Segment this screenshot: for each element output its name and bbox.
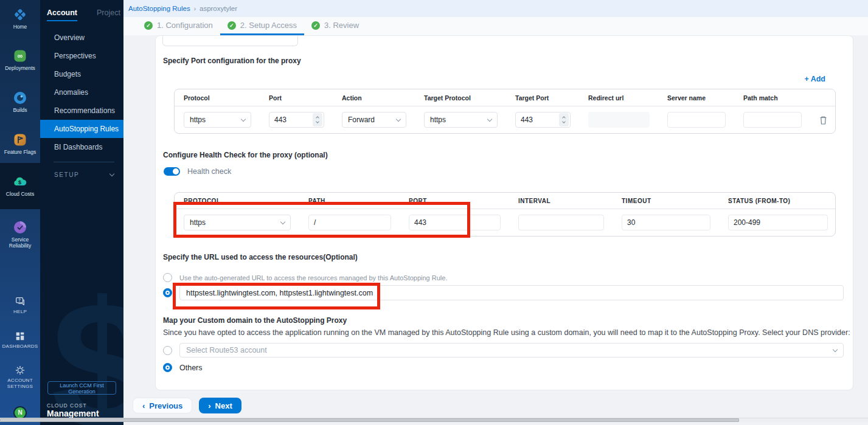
module-deployments[interactable]: ∞ Deployments bbox=[0, 49, 40, 72]
next-button[interactable]: › Next bbox=[199, 398, 241, 413]
col-hc-port: PORT bbox=[400, 193, 509, 209]
svg-text:?: ? bbox=[18, 298, 21, 302]
route53-option-row: Select Route53 account bbox=[163, 343, 844, 358]
step-configuration-label: 1. Configuration bbox=[157, 21, 213, 30]
module-home[interactable]: Home bbox=[0, 7, 40, 30]
next-label: Next bbox=[215, 401, 232, 410]
delete-row-icon[interactable] bbox=[819, 115, 828, 125]
hc-path-input[interactable] bbox=[308, 215, 391, 230]
check-icon: ✓ bbox=[311, 21, 320, 30]
custom-url-input[interactable] bbox=[179, 285, 844, 300]
breadcrumb-current: asproxytyler bbox=[200, 5, 237, 12]
step-configuration[interactable]: ✓ 1. Configuration bbox=[137, 17, 220, 35]
redirect-url-input-disabled bbox=[588, 112, 650, 128]
nav-item-perspectives[interactable]: Perspectives bbox=[40, 47, 123, 65]
setup-access-card: Specify Port configuration for the proxy… bbox=[155, 35, 853, 390]
col-protocol: Protocol bbox=[175, 89, 260, 106]
col-hc-path: PATH bbox=[299, 193, 400, 209]
service-reliability-icon bbox=[13, 220, 27, 235]
check-icon: ✓ bbox=[227, 21, 236, 30]
toggle-knob bbox=[173, 168, 179, 174]
col-redirect-url: Redirect url bbox=[579, 89, 658, 106]
col-hc-protocol: PROTOCOL bbox=[175, 193, 299, 209]
builds-icon bbox=[13, 91, 27, 105]
chevron-left-icon: ‹ bbox=[142, 401, 145, 410]
product-eyebrow: CLOUD COST bbox=[47, 403, 87, 409]
nav-item-autostopping-rules[interactable]: AutoStopping Rules bbox=[40, 120, 123, 138]
launch-ccm-first-gen-button[interactable]: Launch CCM First Generation bbox=[47, 381, 116, 395]
nav-item-recommendations[interactable]: Recommendations bbox=[40, 102, 123, 120]
auto-url-option-label: Use the auto-generated URL to access the… bbox=[179, 274, 447, 282]
setup-section[interactable]: SETUP bbox=[54, 171, 114, 178]
scrollbar-thumb[interactable] bbox=[0, 418, 739, 422]
col-path-match: Path match bbox=[734, 89, 810, 106]
domain-section-description: Since you have opted to access the appli… bbox=[163, 328, 850, 337]
health-check-row: https bbox=[175, 209, 835, 236]
col-hc-status: STATUS (FROM-TO) bbox=[719, 193, 836, 209]
chevron-right-icon: › bbox=[208, 401, 210, 410]
number-stepper[interactable] bbox=[313, 113, 322, 126]
route53-account-select[interactable]: Select Route53 account bbox=[179, 343, 844, 358]
target-protocol-select[interactable]: https bbox=[424, 112, 498, 128]
hc-port-input[interactable] bbox=[409, 215, 501, 230]
module-service-reliability[interactable]: Service Reliability bbox=[0, 220, 40, 249]
hc-interval-input[interactable] bbox=[518, 215, 604, 230]
module-feature-flags[interactable]: Feature Flags bbox=[0, 133, 40, 156]
scope-tabs: Account Project bbox=[47, 9, 119, 21]
nav-item-budgets[interactable]: Budgets bbox=[40, 65, 123, 83]
step-setup-access[interactable]: ✓ 2. Setup Access bbox=[220, 17, 304, 35]
feature-flags-icon bbox=[13, 133, 27, 147]
auto-url-option-row: Use the auto-generated URL to access the… bbox=[163, 273, 844, 282]
previous-button[interactable]: ‹ Previous bbox=[133, 398, 192, 413]
nav-item-overview[interactable]: Overview bbox=[40, 29, 123, 47]
auto-url-radio[interactable] bbox=[163, 273, 172, 282]
port-config-section-label: Specify Port configuration for the proxy bbox=[163, 57, 301, 65]
step-review[interactable]: ✓ 3. Review bbox=[304, 17, 366, 35]
util-dashboards[interactable]: DASHBOARDS bbox=[0, 331, 40, 350]
util-help[interactable]: ? HELP bbox=[0, 296, 40, 315]
health-check-header: PROTOCOL PATH PORT INTERVAL TIMEOUT STAT… bbox=[175, 193, 835, 209]
module-builds[interactable]: Builds bbox=[0, 91, 40, 114]
action-select[interactable]: Forward bbox=[342, 112, 406, 128]
server-name-input[interactable] bbox=[667, 112, 726, 128]
protocol-select[interactable]: https bbox=[184, 112, 251, 128]
user-avatar[interactable]: N bbox=[15, 407, 26, 418]
product-title: Management bbox=[47, 409, 99, 418]
custom-url-radio[interactable] bbox=[163, 288, 172, 297]
tab-project[interactable]: Project bbox=[97, 9, 120, 21]
target-port-value-input[interactable] bbox=[516, 116, 559, 124]
nav-item-bi-dashboards[interactable]: BI Dashboards bbox=[40, 138, 123, 156]
previous-label: Previous bbox=[149, 401, 182, 410]
port-input[interactable] bbox=[269, 112, 324, 128]
tab-account[interactable]: Account bbox=[47, 9, 77, 21]
path-match-input[interactable] bbox=[743, 112, 802, 128]
chevron-down-icon bbox=[280, 219, 285, 224]
util-help-label: HELP bbox=[13, 309, 27, 314]
hc-status-input[interactable] bbox=[728, 215, 828, 230]
health-check-toggle[interactable] bbox=[164, 167, 180, 176]
add-port-row-button[interactable]: +Add bbox=[804, 75, 825, 83]
hc-protocol-select[interactable]: https bbox=[184, 215, 291, 230]
horizontal-scrollbar[interactable] bbox=[0, 418, 868, 422]
deployments-icon: ∞ bbox=[13, 49, 27, 63]
breadcrumb-parent-link[interactable]: AutoStopping Rules bbox=[128, 5, 190, 12]
module-cloud-costs[interactable]: $ Cloud Costs bbox=[0, 174, 40, 198]
cloud-costs-icon: $ bbox=[13, 174, 27, 189]
side-nav: $ Account Project Overview Perspectives … bbox=[40, 0, 123, 425]
route53-radio[interactable] bbox=[163, 346, 172, 355]
health-check-toggle-row: Health check bbox=[164, 167, 231, 176]
step-review-label: 3. Review bbox=[324, 21, 359, 30]
target-protocol-value: https bbox=[430, 116, 446, 124]
util-account-settings[interactable]: ACCOUNT SETTINGS bbox=[0, 365, 40, 389]
hc-timeout-input[interactable] bbox=[622, 215, 710, 230]
util-dashboards-label: DASHBOARDS bbox=[2, 344, 38, 349]
wizard-footer: ‹ Previous › Next bbox=[133, 398, 241, 413]
nav-item-anomalies[interactable]: Anomalies bbox=[40, 83, 123, 102]
step-setup-access-label: 2. Setup Access bbox=[240, 21, 297, 30]
port-value-input[interactable] bbox=[269, 116, 313, 124]
setup-label: SETUP bbox=[54, 171, 79, 178]
others-radio[interactable] bbox=[163, 363, 172, 372]
target-port-input[interactable] bbox=[515, 112, 571, 128]
number-stepper[interactable] bbox=[559, 113, 569, 126]
domain-section-heading: Map your Custom domain to the AutoStoppi… bbox=[163, 316, 347, 325]
